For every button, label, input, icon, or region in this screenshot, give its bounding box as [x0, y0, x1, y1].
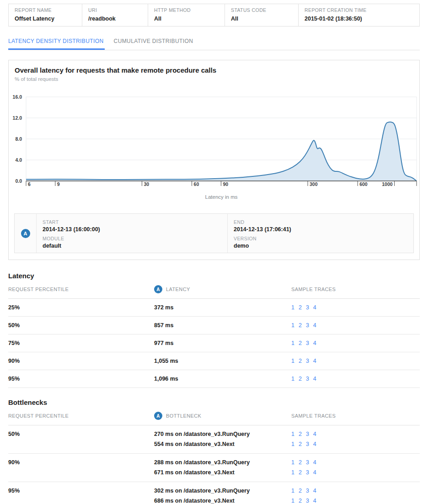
density-area	[26, 122, 417, 181]
trace-link-1[interactable]: 1	[291, 340, 294, 346]
series-badge-column: A	[15, 214, 37, 253]
trace-link-1[interactable]: 1	[291, 469, 294, 476]
tab-latency-density-distribution[interactable]: LATENCY DENSITY DISTRIBUTION	[8, 34, 105, 50]
bottleneck-values-cell: 302 ms on /datastore_v3.RunQuery686 ms o…	[154, 486, 291, 504]
bottlenecks-section: Bottlenecks REQUEST PERCENTILE A BOTTLEN…	[8, 398, 420, 504]
sample-traces-cell: 1234	[291, 304, 420, 311]
series-a-badge: A	[154, 285, 162, 293]
trace-link-4[interactable]: 4	[313, 469, 316, 476]
tab-cumulative-distribution[interactable]: CUMULATIVE DISTRIBUTION	[114, 34, 194, 50]
trace-link-1[interactable]: 1	[291, 441, 294, 447]
col-bottleneck-label: BOTTLENECK	[166, 413, 201, 419]
sample-traces-cell: 1234	[291, 376, 420, 382]
bottleneck-value: 671 ms on /datastore_v3.Next	[154, 467, 291, 477]
trace-link-1[interactable]: 1	[291, 376, 294, 382]
field-value: All	[154, 16, 221, 22]
trace-link-3[interactable]: 3	[306, 488, 309, 494]
bottleneck-value: 554 ms on /datastore_v3.Next	[154, 439, 291, 449]
trace-link-3[interactable]: 3	[306, 304, 309, 311]
end-value: 2014-12-13 (17:06:41)	[234, 226, 413, 233]
sample-traces-cell: 12341234	[291, 486, 420, 504]
trace-link-2[interactable]: 2	[299, 441, 302, 447]
field-label: REPORT CREATION TIME	[305, 7, 416, 13]
sample-trace-links-line: 1234	[291, 429, 420, 439]
x-tick-label: 600	[359, 181, 368, 187]
y-tick-label: 4.0	[15, 157, 22, 163]
trace-link-1[interactable]: 1	[291, 459, 294, 466]
sample-traces-cell: 1234	[291, 358, 420, 364]
latency-table-row: 25%372 ms1234	[8, 299, 420, 317]
trace-link-4[interactable]: 4	[313, 304, 316, 311]
trace-link-4[interactable]: 4	[313, 488, 316, 494]
creation-time-field: REPORT CREATION TIME 2015-01-02 (18:36:5…	[298, 4, 419, 26]
x-tick-label: 90	[223, 181, 228, 187]
distribution-tabs: LATENCY DENSITY DISTRIBUTION CUMULATIVE …	[8, 34, 420, 50]
sample-trace-links: 1234	[291, 469, 321, 476]
latency-value-cell: 977 ms	[154, 340, 291, 346]
x-axis-caption: Latency in ms	[205, 194, 238, 200]
series-a-badge: A	[21, 229, 30, 238]
sample-traces-cell: 12341234	[291, 429, 420, 449]
trace-link-4[interactable]: 4	[313, 358, 316, 364]
sample-trace-links: 1234	[291, 358, 321, 364]
trace-link-4[interactable]: 4	[313, 498, 316, 504]
trace-link-4[interactable]: 4	[313, 441, 316, 447]
trace-link-2[interactable]: 2	[299, 459, 302, 466]
trace-link-2[interactable]: 2	[299, 322, 302, 329]
latency-chart-card: Overall latency for requests that make r…	[8, 60, 420, 260]
trace-link-2[interactable]: 2	[299, 498, 302, 504]
trace-link-2[interactable]: 2	[299, 488, 302, 494]
percentile-cell: 75%	[8, 340, 154, 346]
start-value: 2014-12-13 (16:00:00)	[43, 226, 227, 233]
trace-link-3[interactable]: 3	[306, 340, 309, 346]
bottleneck-values-cell: 270 ms on /datastore_v3.RunQuery554 ms o…	[154, 429, 291, 449]
trace-link-1[interactable]: 1	[291, 304, 294, 311]
x-tick-label: 1000	[382, 181, 393, 187]
latency-section: Latency REQUEST PERCENTILE A LATENCY SAM…	[8, 272, 420, 388]
trace-link-4[interactable]: 4	[313, 322, 316, 329]
trace-link-3[interactable]: 3	[306, 376, 309, 382]
trace-link-2[interactable]: 2	[299, 358, 302, 364]
module-label: MODULE	[43, 236, 227, 241]
trace-link-3[interactable]: 3	[306, 469, 309, 476]
sample-traces-cell: 12341234	[291, 457, 420, 477]
trace-link-3[interactable]: 3	[306, 431, 309, 437]
series-info-col2: END 2014-12-13 (17:06:41) VERSION demo	[228, 214, 413, 253]
trace-link-4[interactable]: 4	[313, 459, 316, 466]
trace-link-4[interactable]: 4	[313, 340, 316, 346]
chart-title: Overall latency for requests that make r…	[15, 66, 413, 74]
field-label: HTTP METHOD	[154, 7, 221, 13]
bottleneck-value: 686 ms on /datastore_v3.Next	[154, 496, 291, 504]
x-tick-label: 30	[144, 181, 149, 187]
trace-link-3[interactable]: 3	[306, 459, 309, 466]
latency-table-row: 95%1,096 ms1234	[8, 370, 420, 388]
trace-link-3[interactable]: 3	[306, 322, 309, 329]
percentile-cell: 90%	[8, 358, 154, 364]
bottleneck-table-row: 90%288 ms on /datastore_v3.RunQuery671 m…	[8, 454, 420, 482]
trace-link-1[interactable]: 1	[291, 322, 294, 329]
trace-link-3[interactable]: 3	[306, 441, 309, 447]
trace-link-2[interactable]: 2	[299, 340, 302, 346]
trace-link-2[interactable]: 2	[299, 376, 302, 382]
trace-link-1[interactable]: 1	[291, 498, 294, 504]
trace-link-2[interactable]: 2	[299, 469, 302, 476]
sample-trace-links-line: 1234	[291, 486, 420, 496]
latency-value-cell: 1,055 ms	[154, 358, 291, 364]
http-method-field: HTTP METHOD All	[148, 4, 225, 26]
latency-table-body: 25%372 ms123450%857 ms123475%977 ms12349…	[8, 299, 420, 388]
bottleneck-value: 270 ms on /datastore_v3.RunQuery	[154, 429, 291, 439]
trace-link-4[interactable]: 4	[313, 431, 316, 437]
trace-link-4[interactable]: 4	[313, 376, 316, 382]
series-info-col1: START 2014-12-13 (16:00:00) MODULE defau…	[37, 214, 228, 253]
trace-link-2[interactable]: 2	[299, 304, 302, 311]
trace-link-3[interactable]: 3	[306, 358, 309, 364]
trace-link-1[interactable]: 1	[291, 488, 294, 494]
sample-trace-links: 1234	[291, 498, 321, 504]
trace-link-1[interactable]: 1	[291, 358, 294, 364]
trace-link-3[interactable]: 3	[306, 498, 309, 504]
trace-link-1[interactable]: 1	[291, 431, 294, 437]
percentile-cell: 95%	[8, 486, 154, 496]
y-tick-label: 12.0	[13, 115, 22, 121]
trace-link-2[interactable]: 2	[299, 431, 302, 437]
sample-traces-cell: 1234	[291, 340, 420, 346]
